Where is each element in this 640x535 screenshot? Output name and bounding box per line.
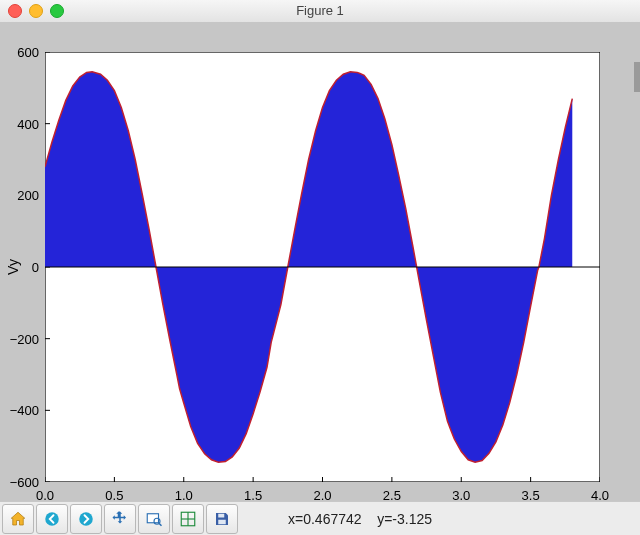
window-title: Figure 1 <box>0 0 640 22</box>
home-button[interactable] <box>2 504 34 534</box>
subplots-icon <box>179 510 197 528</box>
arrow-right-icon <box>77 510 95 528</box>
home-icon <box>9 510 27 528</box>
svg-line-22 <box>159 523 161 525</box>
cursor-coords: x=0.467742 y=-3.125 <box>288 511 432 527</box>
cursor-y: y=-3.125 <box>377 511 432 527</box>
pan-button[interactable] <box>104 504 136 534</box>
y-tick-label: −200 <box>10 331 39 346</box>
svg-point-19 <box>79 512 93 526</box>
y-tick-label: 400 <box>17 116 39 131</box>
svg-point-18 <box>45 512 59 526</box>
y-tick-label: −400 <box>10 403 39 418</box>
panel-edge <box>634 62 640 92</box>
zoom-rect-icon <box>145 510 163 528</box>
cursor-x: x=0.467742 <box>288 511 362 527</box>
nav-toolbar: x=0.467742 y=-3.125 <box>0 501 640 535</box>
y-tick-label: −600 <box>10 475 39 490</box>
axes[interactable]: −600−400−2000200400600 0.00.51.01.52.02.… <box>45 52 600 482</box>
configure-button[interactable] <box>172 504 204 534</box>
y-tick-label: 0 <box>32 260 39 275</box>
zoom-button[interactable] <box>138 504 170 534</box>
figure-canvas[interactable]: −600−400−2000200400600 0.00.51.01.52.02.… <box>0 22 640 502</box>
save-button[interactable] <box>206 504 238 534</box>
y-tick-label: 200 <box>17 188 39 203</box>
back-button[interactable] <box>36 504 68 534</box>
floppy-icon <box>213 510 231 528</box>
forward-button[interactable] <box>70 504 102 534</box>
svg-rect-27 <box>218 519 226 524</box>
y-axis-label: Vy <box>5 259 21 275</box>
y-tick-label: 600 <box>17 45 39 60</box>
arrow-left-icon <box>43 510 61 528</box>
move-icon <box>111 510 129 528</box>
svg-rect-26 <box>218 513 224 517</box>
title-bar: Figure 1 <box>0 0 640 23</box>
plot-svg <box>45 52 600 482</box>
